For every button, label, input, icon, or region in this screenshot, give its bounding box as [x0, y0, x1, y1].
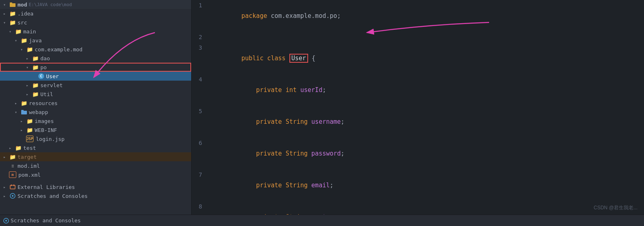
svg-rect-2 [21, 111, 27, 114]
code-line-5: 5 private String username; [192, 106, 644, 138]
code-line-1: 1 package com.example.mod.po; [192, 0, 644, 32]
main-folder-icon: 📁 [15, 28, 22, 35]
code-line-8: 8 private String avatar; [192, 201, 644, 215]
sidebar-item-scratches[interactable]: Scratches and Consoles [0, 191, 191, 200]
line-content-4: private int userId; [209, 74, 644, 106]
webinf-arrow [20, 128, 26, 132]
images-label: images [35, 118, 54, 124]
line-num-6: 6 [192, 138, 209, 148]
iml-icon: ≡ [9, 162, 16, 169]
svg-point-13 [5, 220, 7, 222]
com-label: com.example.mod [35, 46, 82, 53]
util-folder-icon: 📁 [32, 91, 39, 97]
test-label: test [23, 145, 36, 151]
extlib-arrow [3, 185, 9, 189]
sidebar-item-resources[interactable]: 📁 resources [0, 99, 191, 108]
servlet-folder-icon: 📁 [32, 82, 39, 88]
svg-rect-0 [10, 3, 15, 7]
sidebar-item-login-jsp[interactable]: JSP login.jsp [0, 134, 191, 143]
line-num-2: 2 [192, 32, 209, 42]
main-label: main [23, 29, 36, 35]
src-arrow [3, 20, 9, 25]
line-num-4: 4 [192, 74, 209, 85]
sidebar-item-com-example-mod[interactable]: 📁 com.example.mod [0, 45, 191, 54]
java-label: java [29, 37, 42, 44]
po-arrow [26, 65, 32, 70]
dao-folder-icon: 📁 [32, 55, 39, 61]
servlet-label: servlet [40, 82, 63, 88]
scratches-bottom-label[interactable]: Scratches and Consoles [3, 217, 81, 224]
project-sidebar[interactable]: mod E:\JAVA code\mod 📁 .idea 📁 src 📁 mai… [0, 0, 192, 215]
sidebar-item-pom-xml[interactable]: m pom.xml [0, 170, 191, 179]
code-line-3: 3 public class User { [192, 42, 644, 74]
extlib-label: External Libraries [18, 184, 75, 190]
line-content-8: private String avatar; [209, 201, 644, 215]
user-class-icon: C [37, 73, 45, 79]
util-arrow [26, 92, 32, 97]
root-folder-icon [9, 1, 16, 8]
code-editor[interactable]: 1 package com.example.mod.po; 2 3 public… [192, 0, 644, 215]
target-folder-icon: 📁 [9, 154, 16, 160]
dao-arrow [26, 56, 32, 61]
sidebar-item-util[interactable]: 📁 Util [0, 90, 191, 99]
csdn-watermark: CSDN @君生我老... [593, 204, 637, 211]
login-label: login.jsp [36, 136, 64, 142]
sidebar-item-webapp[interactable]: webapp [0, 108, 191, 116]
resources-label: resources [29, 100, 57, 106]
sidebar-item-src[interactable]: 📁 src [0, 18, 191, 27]
src-folder-icon: 📁 [9, 19, 16, 26]
com-folder-icon: 📁 [26, 46, 33, 53]
sidebar-item-dao[interactable]: 📁 dao [0, 54, 191, 63]
sidebar-item-web-inf[interactable]: 📁 WEB-INF [0, 125, 191, 134]
sidebar-item-idea[interactable]: 📁 .idea [0, 9, 191, 18]
sidebar-item-po[interactable]: 📁 po [0, 63, 191, 72]
po-folder-icon: 📁 [32, 64, 39, 70]
dao-label: dao [40, 55, 50, 61]
sidebar-item-images[interactable]: 📁 images [0, 116, 191, 125]
root-path: E:\JAVA code\mod [29, 2, 72, 7]
user-class-highlight: User [289, 54, 308, 63]
xml-icon: m [9, 171, 16, 178]
line-content-7: private String email; [209, 169, 644, 201]
svg-rect-3 [21, 110, 24, 111]
tree-root[interactable]: mod E:\JAVA code\mod [0, 0, 191, 9]
line-content-3: public class User { [209, 42, 644, 74]
sidebar-item-target[interactable]: 📁 target [0, 152, 191, 161]
main-container: mod E:\JAVA code\mod 📁 .idea 📁 src 📁 mai… [0, 0, 644, 215]
root-label: mod [18, 2, 27, 8]
images-arrow [20, 119, 26, 123]
webapp-arrow [15, 110, 20, 114]
sidebar-item-user[interactable]: C User [0, 72, 191, 81]
main-arrow [9, 29, 15, 34]
util-label: Util [40, 91, 53, 97]
target-arrow [3, 155, 9, 159]
servlet-arrow [26, 83, 32, 88]
code-line-7: 7 private String email; [192, 169, 644, 201]
webapp-label: webapp [29, 109, 48, 115]
line-num-8: 8 [192, 201, 209, 212]
scratches-bottom-icon [3, 218, 9, 224]
sidebar-item-mod-iml[interactable]: ≡ mod.iml [0, 161, 191, 170]
images-folder-icon: 📁 [26, 118, 33, 124]
sidebar-item-test[interactable]: 📁 test [0, 143, 191, 152]
java-arrow [15, 38, 20, 43]
svg-rect-1 [10, 2, 12, 4]
code-line-6: 6 private String password; [192, 138, 644, 169]
code-line-2: 2 [192, 32, 644, 42]
po-label: po [40, 64, 47, 70]
scratches-text: Scratches and Consoles [11, 217, 81, 224]
sidebar-item-java[interactable]: 📁 java [0, 36, 191, 45]
user-label: User [46, 73, 59, 79]
sidebar-item-external-libraries[interactable]: External Libraries [0, 182, 191, 191]
pom-label: pom.xml [18, 172, 41, 178]
sidebar-item-servlet[interactable]: 📁 servlet [0, 81, 191, 90]
line-content-1: package com.example.mod.po; [209, 0, 644, 32]
line-content-6: private String password; [209, 138, 644, 169]
sidebar-item-main[interactable]: 📁 main [0, 27, 191, 36]
scratches-label: Scratches and Consoles [18, 193, 88, 199]
root-arrow [3, 2, 9, 7]
target-label: target [18, 154, 37, 160]
resources-folder-icon: 📁 [20, 100, 28, 106]
java-folder-icon: 📁 [20, 37, 28, 44]
test-arrow [9, 146, 15, 150]
